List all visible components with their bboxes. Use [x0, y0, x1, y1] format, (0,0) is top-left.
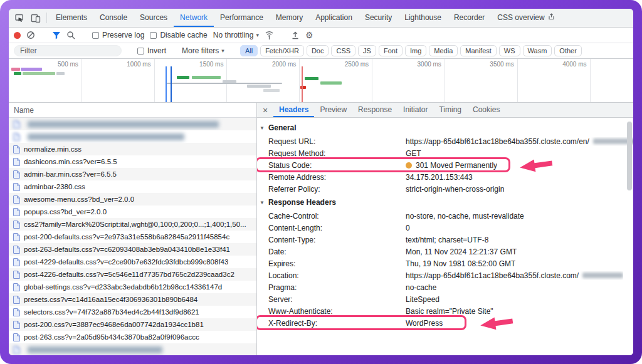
checkbox-icon [137, 48, 144, 55]
filter-chip[interactable]: Wasm [523, 45, 552, 56]
detail-tab[interactable]: Cookies [467, 103, 505, 117]
request-row[interactable]: selectors.css?v=74f732a887b34ed4c2b44f13… [9, 306, 256, 318]
detail-tab[interactable]: Timing [433, 103, 467, 117]
preserve-log-checkbox[interactable]: Preserve log [92, 31, 144, 39]
filter-chip[interactable]: Font [379, 45, 403, 56]
header-row: X-Redirect-By: WordPress [260, 317, 633, 329]
disable-cache-checkbox[interactable]: Disable cache [150, 31, 207, 39]
throttling-dropdown[interactable]: No throttling ▾ [213, 31, 259, 39]
devtools-tab[interactable]: Network [174, 9, 214, 27]
detail-tab[interactable]: Initiator [397, 103, 433, 117]
request-row[interactable]: dashicons.min.css?ver=6.5.5 [9, 155, 256, 168]
section-header[interactable]: ▼ Response Headers [260, 195, 633, 210]
tab-label: Performance [220, 13, 263, 22]
timeline-tick-label: 2000 ms [272, 61, 299, 68]
detail-scrollbar-thumb[interactable] [627, 122, 632, 190]
disclosure-triangle-icon: ▼ [260, 125, 265, 131]
record-button[interactable] [14, 32, 21, 39]
devtools-tab[interactable]: Lighthouse [398, 9, 448, 27]
detail-tab[interactable]: Headers [273, 103, 314, 117]
request-row[interactable]: popups.css?bd_ver=2.0.0 [9, 205, 256, 218]
timeline-tick-label: 1000 ms [127, 61, 154, 68]
header-value: 34.175.201.153:443 [406, 173, 473, 182]
filter-chip[interactable]: Media [429, 45, 458, 56]
header-value-text: GET [406, 149, 421, 158]
devtools-tab[interactable]: Memory [270, 9, 309, 27]
request-row[interactable]: post-263-defaults.css?v=c62093408ab3eb9a… [9, 243, 256, 256]
request-row[interactable] [9, 118, 256, 130]
header-value: strict-origin-when-cross-origin [406, 185, 504, 194]
filter-input[interactable] [14, 45, 122, 56]
filter-chip[interactable]: All [240, 45, 258, 56]
header-value: GET [406, 149, 421, 158]
detail-tab[interactable]: Preview [314, 103, 352, 117]
detail-tab[interactable]: Response [352, 103, 397, 117]
filter-toggle-icon[interactable] [52, 31, 61, 39]
waterfall-segment [247, 85, 271, 88]
css-file-icon [13, 308, 20, 316]
filter-chip[interactable]: JS [358, 45, 376, 56]
request-row[interactable]: post-200.css?v=3887ec9468e6da007742da193… [9, 318, 256, 331]
request-row[interactable]: normalize.min.css [9, 143, 256, 155]
devtools-tab[interactable]: Performance [214, 9, 270, 27]
tab-label: Sources [140, 13, 167, 22]
header-value-text: 34.175.201.153:443 [406, 173, 473, 182]
devtools-tab[interactable]: Recorder [448, 9, 491, 27]
header-value: 301 Moved Permanently [406, 161, 497, 170]
header-value-text: 301 Moved Permanently [416, 161, 497, 170]
header-value-text: text/html; charset=UTF-8 [406, 236, 488, 244]
more-filters-dropdown[interactable]: More filters ▾ [182, 46, 224, 55]
request-row[interactable] [9, 343, 256, 355]
css-file-icon [13, 195, 20, 204]
settings-gear-icon[interactable]: ⚙ [305, 31, 313, 39]
request-row[interactable]: post-4226-defaults.css?v=5c546e11d77357b… [9, 268, 256, 281]
detail-tabs: HeadersPreviewResponseInitiatorTimingCoo… [273, 103, 505, 117]
clear-log-button[interactable] [26, 31, 35, 39]
network-overview-timeline[interactable]: 500 ms1000 ms1500 ms2000 ms2500 ms3000 m… [9, 59, 633, 103]
filter-chip[interactable]: WS [499, 45, 520, 56]
filter-chip[interactable]: Other [554, 45, 582, 56]
request-row[interactable]: presets.css?v=c14d16aa15ec4f306936301b89… [9, 293, 256, 306]
filter-chip[interactable]: CSS [331, 45, 355, 56]
filter-chip[interactable]: Doc [307, 45, 329, 56]
invert-checkbox[interactable]: Invert [137, 46, 166, 55]
filter-chip[interactable]: Img [405, 45, 426, 56]
devtools-tab[interactable]: Elements [50, 9, 93, 27]
request-row[interactable]: css2?family=Marck%20Script:ital,wght@0,1… [9, 218, 256, 231]
section-header[interactable]: ▼ General [260, 120, 633, 135]
import-har-icon[interactable] [291, 31, 300, 39]
tab-label: Console [100, 13, 127, 22]
css-file-icon [13, 258, 20, 266]
request-row[interactable]: admin-bar.min.css?ver=6.5.5 [9, 168, 256, 180]
inspect-element-icon[interactable] [11, 9, 28, 27]
close-detail-icon[interactable]: × [257, 103, 273, 117]
timeline-tick-label: 3500 ms [490, 61, 517, 68]
header-name: Expires: [268, 259, 406, 268]
search-icon[interactable] [66, 31, 75, 39]
devtools-tab[interactable]: Security [359, 9, 398, 27]
request-row[interactable]: post-263.css?v=2a05d95b434c3870ba82a0f9f… [9, 331, 256, 343]
request-row[interactable]: awesome-menu.css?bd_ver=2.0.0 [9, 193, 256, 205]
request-row[interactable]: post-4229-defaults.css?v=c2ce90b7e632fdc… [9, 256, 256, 268]
request-row[interactable] [9, 130, 256, 143]
css-file-icon [13, 133, 20, 141]
request-row[interactable]: global-settings.css?v=d233abc3edabdb6b12… [9, 281, 256, 293]
devtools-tab[interactable]: Sources [134, 9, 174, 27]
filter-chip[interactable]: Manifest [460, 45, 497, 56]
request-row[interactable]: adminbar-2380.css [9, 180, 256, 193]
request-name: post-200.css?v=3887ec9468e6da007742da193… [24, 321, 204, 328]
css-overview-export-icon [548, 13, 555, 22]
devtools-tab[interactable]: Console [93, 9, 134, 27]
filter-chip[interactable]: Fetch/XHR [260, 45, 304, 56]
network-conditions-icon[interactable] [265, 31, 274, 39]
device-toolbar-icon[interactable] [28, 9, 44, 27]
devtools-tab[interactable]: CSS overview [491, 9, 560, 27]
devtools-tab[interactable]: Application [309, 9, 359, 27]
headers-section: ▼ General Request URL: https://app-6 [260, 120, 633, 195]
tab-label: Network [180, 13, 208, 22]
request-name: awesome-menu.css?bd_ver=2.0.0 [24, 195, 134, 203]
name-column-header[interactable]: Name [9, 103, 256, 118]
request-row[interactable]: post-200-defaults.css?v=2e973a31e558b6a8… [9, 231, 256, 243]
headers-panel: × HeadersPreviewResponseInitiatorTimingC… [257, 103, 633, 355]
timeline-tick-label: 2500 ms [345, 61, 372, 68]
